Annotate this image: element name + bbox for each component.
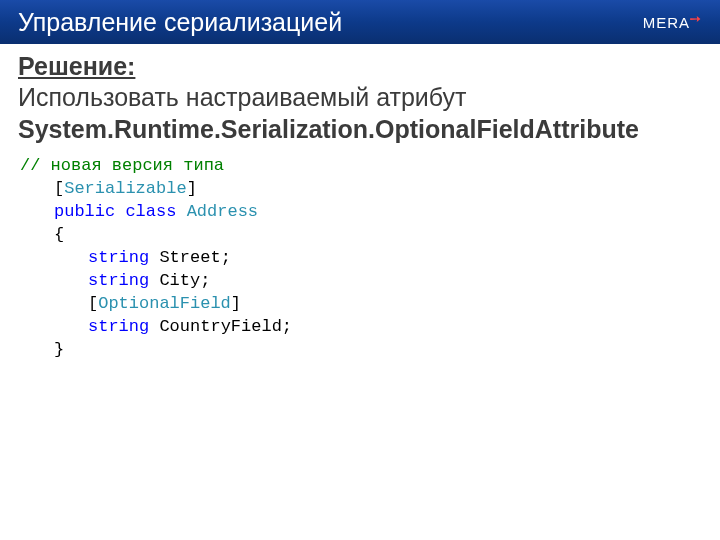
logo: MERA ➚ [643,14,702,31]
code-line: public class Address [20,201,702,224]
code-line: } [20,339,702,362]
slide-content: Решение: Использовать настраиваемый атри… [0,44,720,362]
solution-text: Использовать настраиваемый атрибут [18,83,702,112]
attribute-fullname: System.Runtime.Serialization.OptionalFie… [18,114,702,145]
code-line: string CountryField; [20,316,702,339]
slide-header: Управление сериализацией MERA ➚ [0,0,720,44]
code-comment: // новая версия типа [20,156,224,175]
logo-text: MERA [643,14,690,31]
code-line: { [20,224,702,247]
slide-title: Управление сериализацией [18,8,342,37]
code-line: [OptionalField] [20,293,702,316]
code-block: // новая версия типа [Serializable] publ… [18,155,702,361]
code-line: // новая версия типа [20,155,702,178]
code-line: [Serializable] [20,178,702,201]
code-line: string Street; [20,247,702,270]
solution-label: Решение: [18,52,702,81]
code-line: string City; [20,270,702,293]
